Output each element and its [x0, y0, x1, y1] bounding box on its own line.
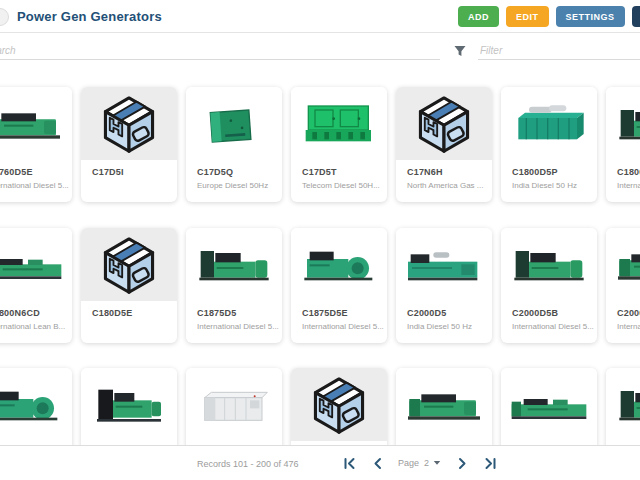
settings-button[interactable]: SETTINGS [556, 6, 625, 27]
product-card[interactable]: C1800D5P India Diesel 50 Hz [501, 87, 597, 202]
product-desc: International Diesel 5... [0, 181, 61, 190]
last-page-button[interactable] [483, 454, 497, 472]
prev-page-button[interactable] [370, 454, 384, 472]
search-input[interactable] [0, 42, 440, 60]
product-card[interactable]: C1875D5E International Diesel 5... [291, 228, 387, 343]
grid-row: C1800N6CD International Lean B... C180D5… [0, 228, 640, 343]
product-code: C1800N6CD [0, 308, 61, 318]
product-label: C17N6H North America Gas ... [396, 160, 492, 190]
product-card[interactable]: C1800N6CD International Lean B... [0, 228, 72, 343]
product-card[interactable]: C180D5E [81, 228, 177, 343]
records-count: Records 101 - 200 of 476 [197, 459, 299, 469]
product-image [396, 368, 492, 441]
product-desc: India Diesel 50 Hz [512, 181, 586, 190]
product-desc: North America Gas ... [407, 181, 481, 190]
product-image [0, 87, 72, 160]
next-page-button[interactable] [455, 454, 469, 472]
product-image [606, 228, 640, 301]
product-desc: Telecom Diesel 50H... [302, 181, 376, 190]
product-label: C2000D5 India Diesel 50 Hz [396, 301, 492, 331]
product-code: C1800D5P [512, 167, 586, 177]
product-image [606, 368, 640, 441]
product-code: C17D5T [302, 167, 376, 177]
product-image [81, 87, 177, 160]
product-image [396, 87, 492, 160]
export-button[interactable]: EXPORT [632, 6, 640, 27]
product-image [186, 87, 282, 160]
app-header: Power Gen Generators ADDEDITSETTINGSEXPO… [0, 0, 640, 33]
product-code: C17N6H [407, 167, 481, 177]
first-page-button[interactable] [342, 454, 356, 472]
product-desc: Internatio [617, 322, 640, 331]
app-logo [0, 8, 9, 26]
product-card[interactable]: C1875D5 International Diesel 5... [186, 228, 282, 343]
product-desc: Internatio [617, 181, 640, 190]
product-label: C1875D5 International Diesel 5... [186, 301, 282, 331]
product-label: C17D5Q Europe Diesel 50Hz [186, 160, 282, 190]
product-desc: International Diesel 5... [197, 322, 271, 331]
product-image [501, 368, 597, 441]
product-code: C180D5E [92, 308, 166, 318]
product-code: C17D5Q [197, 167, 271, 177]
page-group: Page 2 [398, 458, 441, 468]
product-desc: Europe Diesel 50Hz [197, 181, 271, 190]
product-label: C180D5E [81, 301, 177, 318]
page-label: Page [398, 458, 419, 468]
product-card[interactable]: C17D5T Telecom Diesel 50H... [291, 87, 387, 202]
product-label: C2000D Internatio [606, 301, 640, 331]
product-card[interactable]: C2000D5B International Diesel 5... [501, 228, 597, 343]
product-label: C17D5I [81, 160, 177, 177]
edit-button[interactable]: EDIT [506, 6, 549, 27]
product-code: C2000D [617, 308, 640, 318]
product-code: C2000D5B [512, 308, 586, 318]
product-card[interactable]: C17D5Q Europe Diesel 50Hz [186, 87, 282, 202]
product-image [81, 228, 177, 301]
caret-down-icon [433, 460, 441, 466]
product-image [291, 228, 387, 301]
product-code: C1875D5 [197, 308, 271, 318]
product-label: C1800N6CD International Lean B... [0, 301, 72, 331]
product-image [501, 228, 597, 301]
product-card[interactable]: C1760D5E International Diesel 5... [0, 87, 72, 202]
product-image [396, 228, 492, 301]
product-label: C2000D5B International Diesel 5... [501, 301, 597, 331]
product-code: C1800N [617, 167, 640, 177]
product-desc: International Diesel 5... [302, 322, 376, 331]
first-page-icon [343, 457, 356, 470]
page-title: Power Gen Generators [17, 9, 162, 24]
header-buttons: ADDEDITSETTINGSEXPORT [458, 6, 640, 27]
product-image [0, 228, 72, 301]
product-image [81, 368, 177, 441]
product-image [291, 368, 387, 441]
product-desc: India Diesel 50 Hz [407, 322, 481, 331]
product-image [291, 87, 387, 160]
product-image [186, 368, 282, 441]
product-image [186, 228, 282, 301]
product-label: C1760D5E International Diesel 5... [0, 160, 72, 190]
product-image [501, 87, 597, 160]
product-card[interactable]: C17D5I [81, 87, 177, 202]
product-label: C1800N Internatio [606, 160, 640, 190]
chevron-right-icon [457, 457, 468, 470]
product-label: C17D5T Telecom Diesel 50H... [291, 160, 387, 190]
product-image [606, 87, 640, 160]
chevron-left-icon [372, 457, 383, 470]
product-card[interactable]: C2000D Internatio [606, 228, 640, 343]
product-desc: International Diesel 5... [512, 322, 586, 331]
bottom-bar: Records 101 - 200 of 476 Page 2 [0, 445, 640, 480]
page-select[interactable]: 2 [424, 458, 441, 468]
add-button[interactable]: ADD [458, 6, 499, 27]
last-page-icon [484, 457, 497, 470]
product-card[interactable]: C17N6H North America Gas ... [396, 87, 492, 202]
filter-input[interactable] [478, 42, 640, 60]
product-card[interactable]: C2000D5 India Diesel 50 Hz [396, 228, 492, 343]
product-card[interactable]: C1800N Internatio [606, 87, 640, 202]
product-label: C1800D5P India Diesel 50 Hz [501, 160, 597, 190]
product-desc: International Lean B... [0, 322, 61, 331]
pager: Page 2 [342, 454, 497, 472]
product-code: C2000D5 [407, 308, 481, 318]
product-image [0, 368, 72, 441]
funnel-icon [453, 44, 467, 58]
product-code: C17D5I [92, 167, 166, 177]
product-label: C1875D5E International Diesel 5... [291, 301, 387, 331]
